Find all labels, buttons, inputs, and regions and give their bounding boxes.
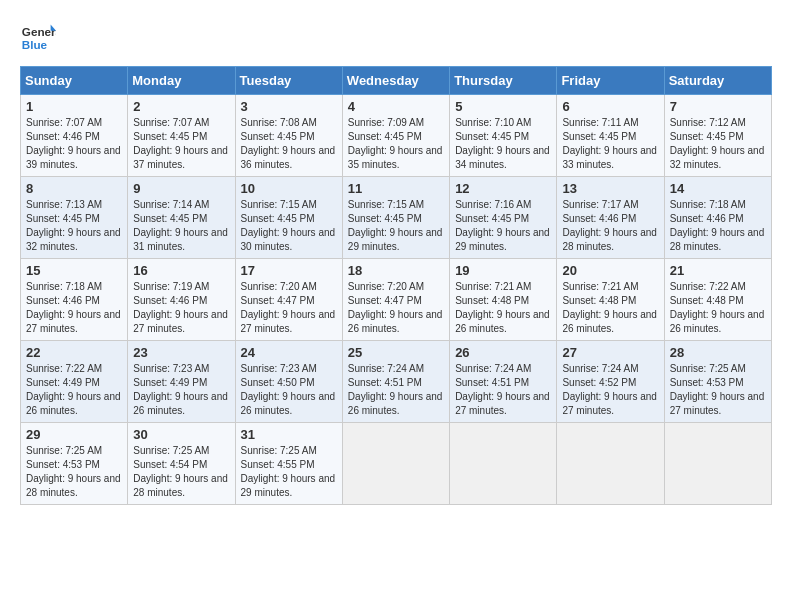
day-info: Sunrise: 7:10 AMSunset: 4:45 PMDaylight:… — [455, 117, 550, 170]
day-number: 26 — [455, 345, 551, 360]
day-number: 13 — [562, 181, 658, 196]
calendar-cell: 9 Sunrise: 7:14 AMSunset: 4:45 PMDayligh… — [128, 177, 235, 259]
day-info: Sunrise: 7:25 AMSunset: 4:53 PMDaylight:… — [670, 363, 765, 416]
calendar-cell: 30 Sunrise: 7:25 AMSunset: 4:54 PMDaylig… — [128, 423, 235, 505]
col-header-thursday: Thursday — [450, 67, 557, 95]
col-header-monday: Monday — [128, 67, 235, 95]
col-header-wednesday: Wednesday — [342, 67, 449, 95]
col-header-friday: Friday — [557, 67, 664, 95]
calendar-cell: 23 Sunrise: 7:23 AMSunset: 4:49 PMDaylig… — [128, 341, 235, 423]
day-info: Sunrise: 7:20 AMSunset: 4:47 PMDaylight:… — [348, 281, 443, 334]
calendar-cell: 22 Sunrise: 7:22 AMSunset: 4:49 PMDaylig… — [21, 341, 128, 423]
day-info: Sunrise: 7:12 AMSunset: 4:45 PMDaylight:… — [670, 117, 765, 170]
calendar-cell: 6 Sunrise: 7:11 AMSunset: 4:45 PMDayligh… — [557, 95, 664, 177]
calendar-cell: 28 Sunrise: 7:25 AMSunset: 4:53 PMDaylig… — [664, 341, 771, 423]
calendar-week-1: 1 Sunrise: 7:07 AMSunset: 4:46 PMDayligh… — [21, 95, 772, 177]
calendar-cell: 5 Sunrise: 7:10 AMSunset: 4:45 PMDayligh… — [450, 95, 557, 177]
day-number: 4 — [348, 99, 444, 114]
day-number: 11 — [348, 181, 444, 196]
calendar-cell: 4 Sunrise: 7:09 AMSunset: 4:45 PMDayligh… — [342, 95, 449, 177]
day-number: 18 — [348, 263, 444, 278]
logo-icon: General Blue — [20, 20, 56, 56]
page-header: General Blue — [20, 20, 772, 56]
day-info: Sunrise: 7:23 AMSunset: 4:50 PMDaylight:… — [241, 363, 336, 416]
day-number: 22 — [26, 345, 122, 360]
day-info: Sunrise: 7:13 AMSunset: 4:45 PMDaylight:… — [26, 199, 121, 252]
col-header-sunday: Sunday — [21, 67, 128, 95]
calendar-cell: 16 Sunrise: 7:19 AMSunset: 4:46 PMDaylig… — [128, 259, 235, 341]
calendar-cell: 21 Sunrise: 7:22 AMSunset: 4:48 PMDaylig… — [664, 259, 771, 341]
day-info: Sunrise: 7:08 AMSunset: 4:45 PMDaylight:… — [241, 117, 336, 170]
day-number: 25 — [348, 345, 444, 360]
calendar-cell: 10 Sunrise: 7:15 AMSunset: 4:45 PMDaylig… — [235, 177, 342, 259]
day-number: 12 — [455, 181, 551, 196]
calendar-week-4: 22 Sunrise: 7:22 AMSunset: 4:49 PMDaylig… — [21, 341, 772, 423]
calendar-week-3: 15 Sunrise: 7:18 AMSunset: 4:46 PMDaylig… — [21, 259, 772, 341]
calendar-cell: 12 Sunrise: 7:16 AMSunset: 4:45 PMDaylig… — [450, 177, 557, 259]
day-number: 15 — [26, 263, 122, 278]
calendar-table: SundayMondayTuesdayWednesdayThursdayFrid… — [20, 66, 772, 505]
calendar-cell — [557, 423, 664, 505]
day-info: Sunrise: 7:21 AMSunset: 4:48 PMDaylight:… — [455, 281, 550, 334]
day-info: Sunrise: 7:07 AMSunset: 4:46 PMDaylight:… — [26, 117, 121, 170]
calendar-cell: 3 Sunrise: 7:08 AMSunset: 4:45 PMDayligh… — [235, 95, 342, 177]
day-number: 5 — [455, 99, 551, 114]
calendar-cell: 14 Sunrise: 7:18 AMSunset: 4:46 PMDaylig… — [664, 177, 771, 259]
day-info: Sunrise: 7:11 AMSunset: 4:45 PMDaylight:… — [562, 117, 657, 170]
calendar-cell: 25 Sunrise: 7:24 AMSunset: 4:51 PMDaylig… — [342, 341, 449, 423]
calendar-cell: 26 Sunrise: 7:24 AMSunset: 4:51 PMDaylig… — [450, 341, 557, 423]
day-info: Sunrise: 7:07 AMSunset: 4:45 PMDaylight:… — [133, 117, 228, 170]
day-number: 6 — [562, 99, 658, 114]
calendar-cell: 13 Sunrise: 7:17 AMSunset: 4:46 PMDaylig… — [557, 177, 664, 259]
calendar-cell: 27 Sunrise: 7:24 AMSunset: 4:52 PMDaylig… — [557, 341, 664, 423]
col-header-saturday: Saturday — [664, 67, 771, 95]
day-info: Sunrise: 7:25 AMSunset: 4:54 PMDaylight:… — [133, 445, 228, 498]
calendar-cell: 15 Sunrise: 7:18 AMSunset: 4:46 PMDaylig… — [21, 259, 128, 341]
day-number: 1 — [26, 99, 122, 114]
day-number: 24 — [241, 345, 337, 360]
day-info: Sunrise: 7:23 AMSunset: 4:49 PMDaylight:… — [133, 363, 228, 416]
day-info: Sunrise: 7:22 AMSunset: 4:48 PMDaylight:… — [670, 281, 765, 334]
day-info: Sunrise: 7:25 AMSunset: 4:55 PMDaylight:… — [241, 445, 336, 498]
day-number: 17 — [241, 263, 337, 278]
day-info: Sunrise: 7:24 AMSunset: 4:51 PMDaylight:… — [348, 363, 443, 416]
day-number: 30 — [133, 427, 229, 442]
calendar-cell: 8 Sunrise: 7:13 AMSunset: 4:45 PMDayligh… — [21, 177, 128, 259]
day-number: 28 — [670, 345, 766, 360]
day-info: Sunrise: 7:09 AMSunset: 4:45 PMDaylight:… — [348, 117, 443, 170]
day-number: 9 — [133, 181, 229, 196]
day-info: Sunrise: 7:24 AMSunset: 4:52 PMDaylight:… — [562, 363, 657, 416]
calendar-cell: 7 Sunrise: 7:12 AMSunset: 4:45 PMDayligh… — [664, 95, 771, 177]
day-number: 14 — [670, 181, 766, 196]
calendar-cell — [664, 423, 771, 505]
calendar-cell: 1 Sunrise: 7:07 AMSunset: 4:46 PMDayligh… — [21, 95, 128, 177]
day-number: 20 — [562, 263, 658, 278]
day-number: 8 — [26, 181, 122, 196]
col-header-tuesday: Tuesday — [235, 67, 342, 95]
day-info: Sunrise: 7:18 AMSunset: 4:46 PMDaylight:… — [670, 199, 765, 252]
day-info: Sunrise: 7:15 AMSunset: 4:45 PMDaylight:… — [241, 199, 336, 252]
calendar-cell: 24 Sunrise: 7:23 AMSunset: 4:50 PMDaylig… — [235, 341, 342, 423]
day-number: 16 — [133, 263, 229, 278]
logo: General Blue — [20, 20, 56, 56]
day-info: Sunrise: 7:21 AMSunset: 4:48 PMDaylight:… — [562, 281, 657, 334]
day-number: 21 — [670, 263, 766, 278]
calendar-cell: 18 Sunrise: 7:20 AMSunset: 4:47 PMDaylig… — [342, 259, 449, 341]
day-number: 7 — [670, 99, 766, 114]
day-info: Sunrise: 7:20 AMSunset: 4:47 PMDaylight:… — [241, 281, 336, 334]
calendar-cell: 19 Sunrise: 7:21 AMSunset: 4:48 PMDaylig… — [450, 259, 557, 341]
day-info: Sunrise: 7:16 AMSunset: 4:45 PMDaylight:… — [455, 199, 550, 252]
calendar-cell: 31 Sunrise: 7:25 AMSunset: 4:55 PMDaylig… — [235, 423, 342, 505]
calendar-cell: 29 Sunrise: 7:25 AMSunset: 4:53 PMDaylig… — [21, 423, 128, 505]
calendar-cell — [450, 423, 557, 505]
calendar-week-2: 8 Sunrise: 7:13 AMSunset: 4:45 PMDayligh… — [21, 177, 772, 259]
day-number: 27 — [562, 345, 658, 360]
calendar-week-5: 29 Sunrise: 7:25 AMSunset: 4:53 PMDaylig… — [21, 423, 772, 505]
calendar-cell: 17 Sunrise: 7:20 AMSunset: 4:47 PMDaylig… — [235, 259, 342, 341]
day-number: 2 — [133, 99, 229, 114]
day-info: Sunrise: 7:18 AMSunset: 4:46 PMDaylight:… — [26, 281, 121, 334]
day-number: 31 — [241, 427, 337, 442]
day-number: 3 — [241, 99, 337, 114]
day-number: 29 — [26, 427, 122, 442]
calendar-cell — [342, 423, 449, 505]
